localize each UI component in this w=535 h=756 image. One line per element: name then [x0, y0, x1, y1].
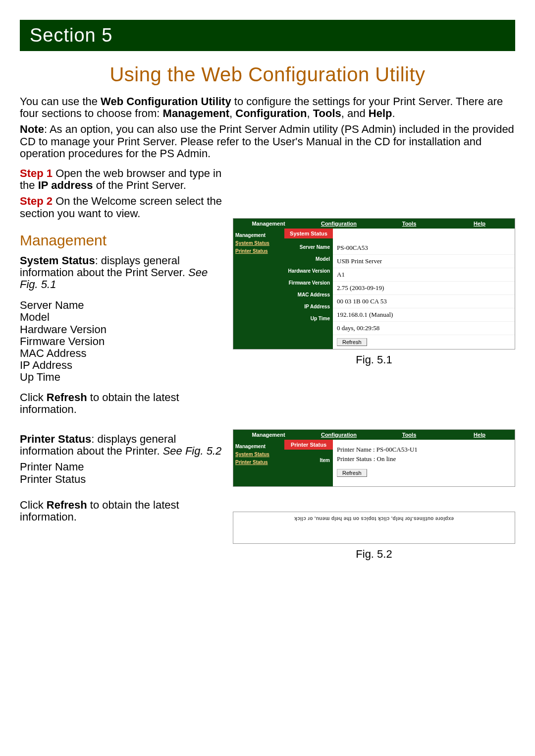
row-value: 0 days, 00:29:58: [333, 322, 515, 335]
field-item: IP Address: [20, 359, 223, 371]
side-nav-head: Management: [235, 443, 282, 451]
management-heading: Management: [20, 232, 223, 249]
tab-help[interactable]: Help: [444, 219, 515, 229]
row-value: PS-00CA53: [333, 241, 515, 255]
printer-status-value: Printer Status : On line: [337, 454, 511, 464]
intro-paragraph: You can use the Web Configuration Utilit…: [20, 96, 515, 119]
side-nav-system-status[interactable]: System Status: [235, 451, 282, 459]
side-nav: Management System Status Printer Status: [233, 440, 284, 486]
t: Tools: [313, 107, 341, 119]
t: Click: [20, 499, 47, 511]
t: Configuration: [235, 107, 307, 119]
field-item: Printer Status: [20, 473, 223, 485]
row-label: Server Name: [284, 241, 333, 253]
note-paragraph: Note: As an option, you can also use the…: [20, 123, 515, 160]
panel-tabs: Management Configuration Tools Help: [233, 219, 515, 229]
fig-5-2-panel: Management Configuration Tools Help Mana…: [233, 429, 515, 487]
tab-management[interactable]: Management: [233, 219, 304, 229]
t: : As an option, you can also use the Pri…: [20, 123, 514, 159]
t: ,: [307, 107, 313, 119]
field-item: Server Name: [20, 299, 223, 311]
tab-help[interactable]: Help: [444, 430, 515, 440]
tab-management[interactable]: Management: [233, 430, 304, 440]
row-value: 00 03 1B 00 CA 53: [333, 295, 515, 308]
fig-5-1-caption: Fig. 5.1: [233, 353, 515, 366]
t: ,: [229, 107, 235, 119]
tab-configuration[interactable]: Configuration: [304, 219, 374, 229]
t: Refresh: [47, 499, 87, 511]
fig-5-1-panel: Management Configuration Tools Help Mana…: [233, 218, 515, 349]
field-list-1: Server Name Model Hardware Version Firmw…: [20, 299, 223, 383]
fig-5-2-extra: explore outlines.for help, click topics …: [233, 512, 515, 544]
system-status-desc: System Status: displays general informat…: [20, 255, 223, 291]
t: See Fig. 5.2: [163, 445, 222, 457]
t: IP address: [38, 179, 93, 191]
side-nav: Management System Status Printer Status: [233, 229, 284, 349]
status-title: System Status: [284, 229, 333, 238]
value-col: Printer Name : PS-00CA53-U1 Printer Stat…: [333, 440, 515, 486]
field-list-2: Printer Name Printer Status: [20, 461, 223, 485]
t: .: [392, 107, 395, 119]
field-item: Up Time: [20, 371, 223, 383]
blur-text: explore outlines.for help, click topics …: [233, 516, 515, 522]
section-banner: Section 5: [20, 20, 515, 51]
page-title: Using the Web Configuration Utility: [20, 63, 515, 86]
side-nav-printer-status[interactable]: Printer Status: [235, 247, 282, 255]
printer-status-desc: Printer Status: displays general informa…: [20, 433, 223, 457]
refresh-note-1: Click Refresh to obtain the latest infor…: [20, 392, 223, 415]
field-item: Hardware Version: [20, 324, 223, 336]
row-value: USB Print Server: [333, 255, 515, 268]
label-col: Printer Status Item: [284, 440, 333, 486]
row-value: 2.75 (2003-09-19): [333, 282, 515, 295]
row-value: A1: [333, 268, 515, 282]
t: Note: [20, 123, 44, 135]
step-label: Step 2: [20, 195, 53, 207]
field-item: MAC Address: [20, 348, 223, 359]
t: , and: [341, 107, 369, 119]
t: Management: [163, 107, 229, 119]
row-label: MAC Address: [284, 289, 333, 301]
status-title: Printer Status: [284, 440, 333, 450]
field-item: Printer Name: [20, 461, 223, 473]
refresh-button[interactable]: Refresh: [337, 469, 367, 477]
step-2: Step 2 On the Welcome screen select the …: [20, 195, 223, 219]
row-label: Model: [284, 253, 333, 265]
panel-tabs: Management Configuration Tools Help: [233, 430, 515, 440]
row-label: Item: [284, 453, 333, 468]
label-col: System Status Server Name Model Hardware…: [284, 229, 333, 349]
t: of the Print Server.: [93, 179, 186, 191]
refresh-button[interactable]: Refresh: [337, 338, 367, 346]
tab-tools[interactable]: Tools: [374, 430, 444, 440]
row-label: Up Time: [284, 313, 333, 325]
tab-configuration[interactable]: Configuration: [304, 430, 374, 440]
t: Click: [20, 391, 47, 404]
t: Help: [369, 107, 392, 119]
row-label: IP Address: [284, 301, 333, 313]
row-label: Hardware Version: [284, 265, 333, 277]
field-item: Firmware Version: [20, 336, 223, 348]
side-nav-head: Management: [235, 232, 282, 239]
side-nav-system-status[interactable]: System Status: [235, 239, 282, 247]
printer-name-value: Printer Name : PS-00CA53-U1: [337, 445, 511, 455]
fig-5-2-caption: Fig. 5.2: [233, 548, 515, 561]
field-item: Model: [20, 311, 223, 323]
t: You can use the: [20, 95, 101, 108]
t: System Status: [20, 254, 95, 267]
t: Web Configuration Utility: [101, 95, 231, 108]
t: Refresh: [47, 391, 87, 404]
step-1: Step 1 Open the web browser and type in …: [20, 168, 223, 191]
tab-tools[interactable]: Tools: [374, 219, 444, 229]
value-col: PS-00CA53 USB Print Server A1 2.75 (2003…: [333, 229, 515, 349]
refresh-note-2: Click Refresh to obtain the latest infor…: [20, 499, 223, 523]
row-value: 192.168.0.1 (Manual): [333, 308, 515, 322]
step-label: Step 1: [20, 167, 53, 179]
t: Printer Status: [20, 433, 91, 445]
row-label: Firmware Version: [284, 277, 333, 289]
side-nav-printer-status[interactable]: Printer Status: [235, 459, 282, 466]
